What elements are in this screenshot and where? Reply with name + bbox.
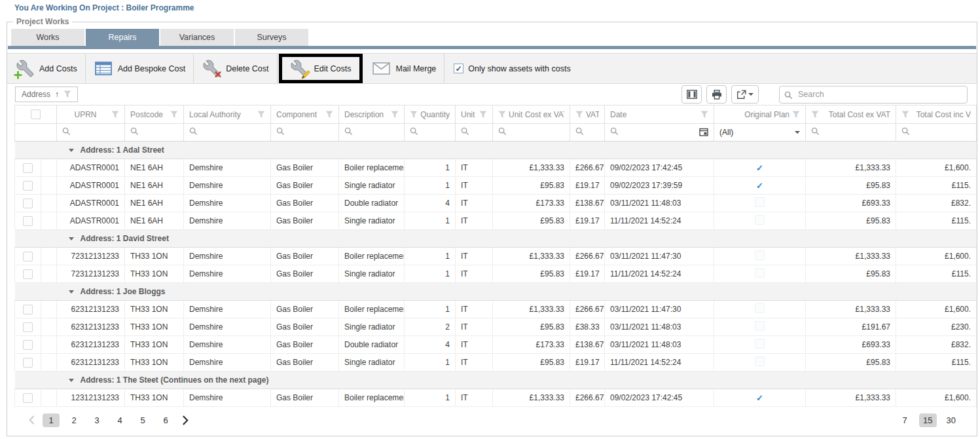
page-size-button-30[interactable]: 30 — [943, 413, 960, 427]
original-plan-checkbox[interactable] — [755, 250, 765, 260]
filter-cell-local-authority[interactable] — [184, 124, 271, 142]
column-header-date[interactable]: Date — [605, 105, 714, 124]
filter-cell-total-cost-ex-vat[interactable] — [806, 124, 896, 142]
filter-icon[interactable] — [170, 111, 178, 119]
page-button-3[interactable]: 3 — [88, 413, 105, 427]
filter-cell-vat[interactable] — [570, 124, 605, 142]
page-size-button-7[interactable]: 7 — [896, 413, 913, 427]
tab-works[interactable]: Works — [11, 29, 84, 46]
filter-cell-quantity[interactable] — [405, 124, 456, 142]
group-by-address-chip[interactable]: Address ↑ — [15, 86, 78, 102]
search-input[interactable] — [779, 86, 968, 104]
mail-merge-button[interactable]: Mail Merge — [364, 54, 445, 83]
column-header-unit-cost-ex-vat[interactable]: Unit Cost ex VAT — [493, 105, 570, 124]
original-plan-check-icon[interactable]: ✓ — [756, 163, 763, 173]
filter-icon[interactable] — [498, 111, 506, 119]
filter-cell-uprn[interactable] — [57, 124, 125, 142]
filter-icon[interactable] — [325, 111, 333, 119]
column-header-original-plan[interactable]: Original Plan — [714, 105, 806, 124]
row-checkbox[interactable] — [23, 269, 33, 279]
prev-page-button[interactable] — [27, 415, 37, 425]
original-plan-checkbox[interactable] — [755, 197, 765, 207]
column-header-quantity[interactable]: Quantity — [405, 105, 456, 124]
add-bespoke-cost-button[interactable]: Add Bespoke Cost — [86, 54, 194, 83]
original-plan-checkbox[interactable] — [755, 356, 765, 366]
filter-cell-postcode[interactable] — [125, 124, 184, 142]
row-checkbox[interactable] — [23, 322, 33, 332]
filter-icon[interactable] — [111, 111, 119, 119]
row-checkbox[interactable] — [23, 393, 33, 403]
filter-cell-component[interactable] — [271, 124, 339, 142]
original-plan-checkbox[interactable] — [755, 339, 765, 349]
column-header-uprn[interactable]: UPRN — [57, 105, 125, 124]
filter-icon[interactable] — [410, 111, 418, 119]
filter-icon[interactable] — [901, 111, 909, 119]
page-button-2[interactable]: 2 — [65, 413, 82, 427]
column-chooser-button[interactable] — [681, 85, 702, 104]
filter-icon[interactable] — [257, 111, 265, 119]
original-plan-checkbox[interactable] — [755, 215, 765, 225]
filter-icon[interactable] — [792, 111, 800, 119]
filter-icon[interactable] — [811, 111, 819, 119]
collapse-icon[interactable] — [69, 149, 74, 152]
tab-repairs[interactable]: Repairs — [86, 29, 159, 46]
export-button[interactable] — [731, 85, 759, 104]
page-size-button-15[interactable]: 15 — [919, 413, 936, 427]
group-label: Address: 1 The Steet (Continues on the n… — [81, 375, 269, 385]
filter-icon[interactable] — [64, 90, 71, 98]
add-costs-button[interactable]: Add Costs — [7, 54, 85, 83]
dropdown-caret-icon[interactable] — [795, 131, 800, 134]
column-header-vat[interactable]: VAT — [570, 105, 605, 124]
print-button[interactable] — [706, 85, 727, 104]
tab-surveys[interactable]: Surveys — [235, 29, 308, 46]
column-header-component[interactable]: Component — [271, 105, 339, 124]
column-header-local-authority[interactable]: Local Authority — [184, 105, 271, 124]
page-button-5[interactable]: 5 — [134, 413, 151, 427]
column-header-total-cost-inc-v[interactable]: Total Cost inc V — [896, 105, 977, 124]
tab-variances[interactable]: Variances — [160, 29, 234, 46]
row-checkbox[interactable] — [23, 163, 33, 173]
collapse-icon[interactable] — [69, 290, 74, 294]
delete-cost-button[interactable]: ✕ Delete Cost — [194, 54, 276, 83]
filter-icon[interactable] — [700, 111, 708, 119]
page-button-4[interactable]: 4 — [111, 413, 128, 427]
page-button-6[interactable]: 6 — [157, 413, 174, 427]
row-checkbox[interactable] — [23, 216, 33, 226]
row-checkbox[interactable] — [23, 181, 33, 191]
edit-costs-button[interactable]: Edit Costs — [282, 57, 359, 80]
row-checkbox[interactable] — [23, 252, 33, 261]
row-checkbox[interactable] — [23, 340, 33, 350]
page-button-1[interactable]: 1 — [43, 413, 60, 427]
original-plan-checkbox[interactable] — [755, 268, 765, 278]
filter-cell-date[interactable] — [605, 124, 714, 142]
column-header-description[interactable]: Description — [339, 105, 405, 124]
column-header-label: Local Authority — [189, 110, 255, 119]
filter-cell-unit[interactable] — [456, 124, 493, 142]
column-header-unit[interactable]: Unit — [456, 105, 493, 124]
filter-cell-total-cost-inc-v[interactable] — [896, 124, 977, 142]
filter-cell-description[interactable] — [339, 124, 405, 142]
column-header-total-cost-ex-vat[interactable]: Total Cost ex VAT — [806, 105, 896, 124]
original-plan-checkbox[interactable] — [755, 321, 765, 331]
row-checkbox[interactable] — [23, 199, 33, 208]
row-checkbox[interactable] — [23, 358, 33, 368]
original-plan-check-icon[interactable]: ✓ — [756, 181, 763, 191]
original-plan-check-icon[interactable]: ✓ — [756, 393, 763, 403]
column-header-postcode[interactable]: Postcode — [125, 105, 184, 124]
original-plan-checkbox[interactable] — [755, 303, 765, 313]
filter-icon[interactable] — [575, 111, 583, 119]
next-page-button[interactable] — [180, 415, 191, 425]
calendar-icon[interactable] — [699, 127, 708, 138]
only-show-assets-toggle[interactable]: ✓ Only show assets with costs — [445, 54, 579, 83]
row-checkbox[interactable] — [23, 305, 33, 315]
only-show-checkbox[interactable]: ✓ — [454, 64, 463, 73]
collapse-icon[interactable] — [69, 237, 74, 240]
select-all-checkbox[interactable] — [31, 109, 41, 119]
cell-total-ex: £95.83 — [806, 354, 896, 372]
filter-cell-unit-cost-ex-vat[interactable] — [493, 124, 570, 142]
collapse-icon[interactable] — [69, 379, 74, 382]
filter-cell-original-plan[interactable]: (All) — [714, 124, 806, 142]
filter-icon[interactable] — [391, 111, 399, 119]
filter-icon[interactable] — [479, 111, 487, 119]
groupbox-label: Project Works — [13, 17, 72, 26]
